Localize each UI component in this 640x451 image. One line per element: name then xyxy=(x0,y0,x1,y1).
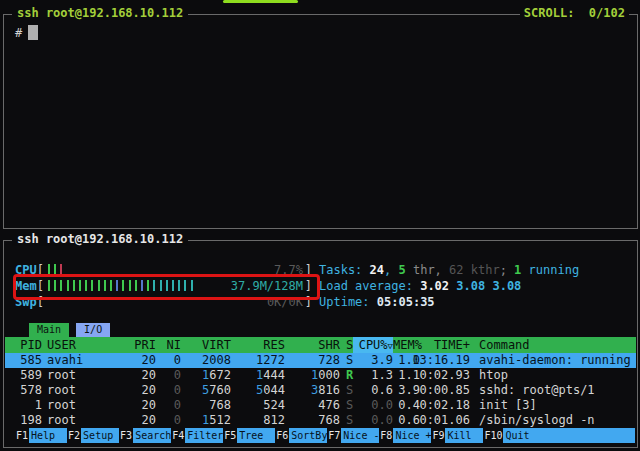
meter-bar xyxy=(184,280,186,291)
cell-time: 0:00.85 xyxy=(412,383,470,398)
cell-shr: 476 xyxy=(285,398,340,413)
col-pri[interactable]: PRI xyxy=(105,337,156,353)
process-row[interactable]: 585avahi20020081272728S3.91.013:16.19ava… xyxy=(5,353,636,368)
col-time[interactable]: TIME+ xyxy=(412,337,470,353)
meter-label: Swp xyxy=(15,295,37,309)
thread-count: 5 xyxy=(398,263,405,277)
fnkey-label: Help xyxy=(29,428,67,443)
cell-cpu: 0.0 xyxy=(358,413,393,428)
cell-virt: 1672 xyxy=(181,368,231,383)
process-row[interactable]: 198root2001512812768S0.00.60:01.06/sbin/… xyxy=(5,413,636,428)
thread-label: thr, xyxy=(406,263,449,277)
meter-bar xyxy=(122,280,124,291)
fnkey-number: F1 xyxy=(15,428,29,443)
cell-shr: 3816 xyxy=(285,383,340,398)
meter-bar xyxy=(147,280,149,291)
col-cpu-sorted[interactable]: CPU%▽ xyxy=(353,337,393,353)
meter-bar xyxy=(178,280,180,291)
meter-label: CPU xyxy=(15,263,37,277)
cell-virt: 5760 xyxy=(181,383,231,398)
cell-res: 5044 xyxy=(231,383,285,398)
meter-bar xyxy=(79,280,81,291)
cell-res: 812 xyxy=(231,413,285,428)
fnkey-label: SortBy xyxy=(289,428,327,443)
col-virt[interactable]: VIRT xyxy=(181,337,231,353)
meter-bar xyxy=(60,264,62,275)
fnkey-number: F9 xyxy=(431,428,445,443)
meter-bar xyxy=(73,280,75,291)
meter-bar xyxy=(104,280,106,291)
terminal-pane-bottom[interactable]: ssh root@192.168.10.112 CPU[7.7%] Mem[37… xyxy=(3,240,638,448)
cell-state: S xyxy=(346,398,358,413)
meter-label: Mem xyxy=(15,279,37,293)
col-ni[interactable]: NI xyxy=(156,337,181,353)
fnkey-kill[interactable]: F9Kill xyxy=(431,428,483,443)
cell-res: 1272 xyxy=(231,353,285,368)
fnkey-filter[interactable]: F4Filter xyxy=(171,428,223,443)
fnkey-help[interactable]: F1Help xyxy=(15,428,67,443)
cell-command: avahi-daemon: running xyxy=(479,353,636,368)
num-thousands: 1 xyxy=(202,413,209,427)
text-cursor xyxy=(28,25,38,40)
htop-tabs: MainI/O xyxy=(29,322,117,336)
load-1min: 3.02 xyxy=(420,279,449,293)
tasks-label: Tasks: xyxy=(319,263,370,277)
col-command[interactable]: Command xyxy=(479,337,636,353)
col-user[interactable]: USER xyxy=(47,337,105,353)
pane-title: ssh root@192.168.10.112 xyxy=(12,232,188,246)
col-pid[interactable]: PID xyxy=(13,337,42,353)
cell-pri: 20 xyxy=(105,398,156,413)
fnkey-label: Tree xyxy=(237,428,275,443)
fnkey-number: F10 xyxy=(483,428,503,443)
cpu-meter: CPU[7.7%] xyxy=(15,262,312,278)
cell-shr: 1000 xyxy=(285,368,340,383)
tab-io[interactable]: I/O xyxy=(76,323,110,337)
fnkey-number: F3 xyxy=(119,428,133,443)
meter-value: 7.7% xyxy=(274,262,303,278)
cell-command: init [3] xyxy=(479,398,636,413)
cell-cpu: 0.6 xyxy=(358,383,393,398)
fnkey-label: Setup xyxy=(81,428,119,443)
process-row[interactable]: 589root200167214441000R1.31.10:02.93htop xyxy=(5,368,636,383)
function-key-bar: F1HelpF2SetupF3SearchF4FilterF5TreeF6Sor… xyxy=(15,428,635,443)
cell-ni: 0 xyxy=(156,413,181,428)
fnkey-number: F5 xyxy=(223,428,237,443)
cell-state: S xyxy=(346,383,358,398)
col-res[interactable]: RES xyxy=(231,337,285,353)
kthread-text: 62 kthr xyxy=(449,263,500,277)
meter-bar xyxy=(60,280,62,291)
cell-cpu: 0.0 xyxy=(358,398,393,413)
load-average-line: Load average: 3.02 3.08 3.08 xyxy=(319,278,521,294)
meter-bar xyxy=(135,280,137,291)
fnkey-tree[interactable]: F5Tree xyxy=(223,428,275,443)
cell-user: root xyxy=(47,368,105,383)
col-shr[interactable]: SHR xyxy=(285,337,340,353)
meter-bar xyxy=(54,264,56,275)
terminal-pane-top[interactable]: ssh root@192.168.10.112 SCROLL: 0/102 # xyxy=(3,14,638,229)
fnkey-nice+[interactable]: F8Nice + xyxy=(379,428,431,443)
meter-bar xyxy=(160,280,162,291)
meter-bar xyxy=(129,280,131,291)
meter-bar xyxy=(166,280,168,291)
cell-state: S xyxy=(346,413,358,428)
tab-main[interactable]: Main xyxy=(29,323,69,337)
fnkey-setup[interactable]: F2Setup xyxy=(67,428,119,443)
uptime-line: Uptime: 05:05:35 xyxy=(319,294,435,310)
meter-open-bracket: [ xyxy=(37,295,44,309)
fnkey-label: Nice + xyxy=(393,428,431,443)
fnkey-nice[interactable]: F7Nice - xyxy=(327,428,379,443)
cell-pid: 1 xyxy=(13,398,42,413)
cell-virt: 768 xyxy=(181,398,231,413)
fnkey-search[interactable]: F3Search xyxy=(119,428,171,443)
fnkey-sortby[interactable]: F6SortBy xyxy=(275,428,327,443)
fnkey-number: F6 xyxy=(275,428,289,443)
fnkey-quit[interactable]: F10Quit xyxy=(483,428,635,443)
process-row[interactable]: 1root200768524476S0.00.40:02.18init [3] xyxy=(5,398,636,413)
process-row[interactable]: 578root200576050443816S0.63.90:00.85sshd… xyxy=(5,383,636,398)
process-table-header[interactable]: PID USER PRI NI VIRT RES SHR S CPU%▽ MEM… xyxy=(5,337,636,353)
separator: ; xyxy=(500,263,514,277)
col-cpu-label: CPU% xyxy=(359,338,388,352)
cell-time: 0:02.18 xyxy=(412,398,470,413)
num-thousands: 1 xyxy=(202,368,209,382)
shell-prompt-line[interactable]: # xyxy=(15,25,38,42)
